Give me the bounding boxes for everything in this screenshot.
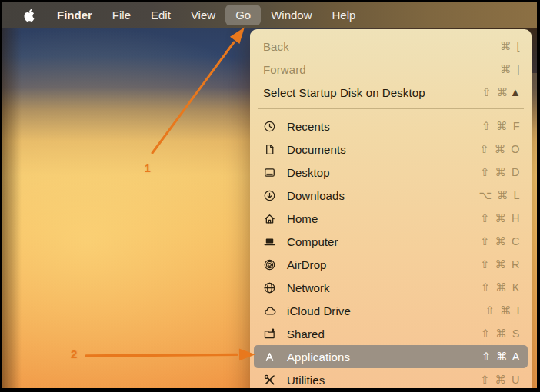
- menu-item-network[interactable]: Network⇧ ⌘ K: [250, 276, 532, 299]
- annotation-label-1: 1: [145, 162, 151, 174]
- go-menu: Back⌘ [Forward⌘ ]Select Startup Disk on …: [250, 29, 532, 388]
- menu-item-shortcut: ⇧ ⌘ I: [485, 304, 521, 317]
- menubar-item-help[interactable]: Help: [322, 5, 366, 25]
- menu-item-label: Back: [263, 40, 500, 53]
- menubar-items: FinderFileEditViewGoWindowHelp: [47, 5, 365, 25]
- menu-item-label: Documents: [287, 143, 480, 156]
- apple-menu[interactable]: [14, 5, 45, 25]
- menu-item-shortcut: ⇧ ⌘ R: [480, 258, 521, 271]
- menu-item-shortcut: ⇧ ⌘ U: [480, 374, 521, 386]
- menu-item-shortcut: ⇧ ⌘ F: [482, 120, 521, 132]
- computer-icon: [263, 235, 287, 248]
- menu-item-shortcut-key: ▲: [510, 86, 521, 98]
- screenshot-frame: FinderFileEditViewGoWindowHelp Back⌘ [Fo…: [0, 0, 540, 392]
- menubar-item-edit[interactable]: Edit: [141, 5, 181, 25]
- recents-icon: [263, 120, 287, 133]
- menu-separator: [258, 108, 524, 109]
- menu-item-applications[interactable]: Applications⇧ ⌘ A: [254, 345, 528, 368]
- menu-item-shortcut: ⇧ ⌘ K: [481, 281, 521, 294]
- menu-item-label: Select Startup Disk on Desktop: [263, 86, 482, 99]
- menu-item-recents[interactable]: Recents⇧ ⌘ F: [250, 115, 532, 138]
- menu-item-label: iCloud Drive: [287, 304, 485, 317]
- menu-item-label: Downloads: [287, 189, 478, 202]
- shared-icon: [263, 327, 287, 341]
- menubar-item-file[interactable]: File: [102, 5, 141, 25]
- menubar-item-go[interactable]: Go: [225, 5, 261, 25]
- desktop-screen: FinderFileEditViewGoWindowHelp Back⌘ [Fo…: [2, 2, 537, 388]
- utilities-icon: [263, 374, 287, 387]
- menu-item-downloads[interactable]: Downloads⌥ ⌘ L: [250, 184, 532, 207]
- icloud-drive-icon: [263, 304, 287, 317]
- home-icon: [263, 212, 287, 225]
- apple-icon: [23, 9, 35, 22]
- menu-item-shortcut: ⌥ ⌘ L: [478, 189, 521, 201]
- airdrop-icon: [263, 258, 287, 271]
- menu-item-home[interactable]: Home⇧ ⌘ H: [250, 207, 532, 230]
- menu-item-label: Desktop: [287, 166, 480, 179]
- menu-item-label: AirDrop: [287, 258, 480, 271]
- menu-item-label: Computer: [287, 235, 480, 248]
- menu-item-shortcut: ⇧ ⌘ H: [480, 212, 521, 224]
- menu-item-shortcut: ⇧ ⌘ D: [480, 166, 521, 178]
- menu-item-select-startup-disk-on-desktop[interactable]: Select Startup Disk on Desktop⇧ ⌘▲: [250, 81, 532, 104]
- menu-item-airdrop[interactable]: AirDrop⇧ ⌘ R: [250, 253, 532, 276]
- menu-item-label: Shared: [287, 327, 481, 341]
- menu-item-label: Utilities: [287, 374, 480, 387]
- menu-item-utilities[interactable]: Utilities⇧ ⌘ U: [250, 368, 532, 388]
- downloads-icon: [263, 189, 287, 202]
- menubar-item-window[interactable]: Window: [261, 5, 322, 25]
- menu-item-shortcut: ⇧ ⌘: [482, 86, 508, 98]
- menu-item-shortcut: ⇧ ⌘ C: [480, 235, 521, 247]
- menu-item-documents[interactable]: Documents⇧ ⌘ O: [250, 138, 532, 161]
- menu-item-shortcut: ⌘ ]: [500, 63, 521, 75]
- menu-item-shortcut: ⇧ ⌘ A: [482, 350, 521, 363]
- network-icon: [263, 281, 287, 294]
- menu-item-computer[interactable]: Computer⇧ ⌘ C: [250, 230, 532, 253]
- menubar-item-view[interactable]: View: [181, 5, 225, 25]
- menu-item-shortcut: ⇧ ⌘ O: [480, 143, 522, 155]
- menubar-item-finder[interactable]: Finder: [47, 5, 102, 25]
- menu-item-icloud-drive[interactable]: iCloud Drive⇧ ⌘ I: [250, 299, 532, 322]
- menu-item-label: Home: [287, 212, 480, 225]
- menu-item-forward[interactable]: Forward⌘ ]: [250, 58, 532, 81]
- applications-icon: [263, 350, 287, 364]
- menu-item-shortcut: ⇧ ⌘ S: [481, 327, 521, 340]
- menu-item-shortcut: ⌘ [: [500, 40, 521, 52]
- documents-icon: [263, 143, 287, 156]
- menu-item-desktop[interactable]: Desktop⇧ ⌘ D: [250, 161, 532, 184]
- annotation-label-2: 2: [71, 347, 77, 360]
- menu-item-label: Network: [287, 281, 481, 294]
- menu-item-label: Applications: [287, 350, 482, 364]
- menu-item-label: Recents: [287, 120, 482, 133]
- desktop-icon: [263, 166, 287, 179]
- menu-item-label: Forward: [263, 63, 500, 76]
- menu-item-shared[interactable]: Shared⇧ ⌘ S: [250, 322, 532, 345]
- menu-item-back[interactable]: Back⌘ [: [250, 35, 532, 58]
- menu-bar: FinderFileEditViewGoWindowHelp: [2, 2, 537, 28]
